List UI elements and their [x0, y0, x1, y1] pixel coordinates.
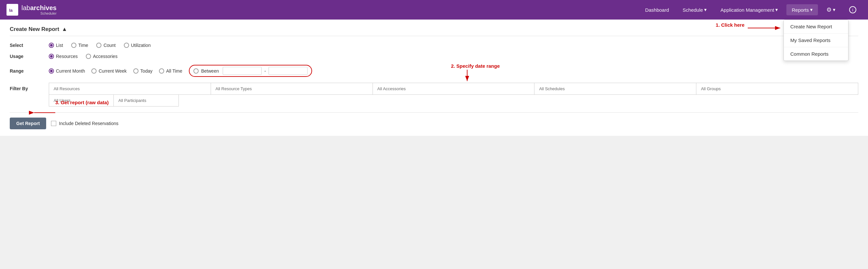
range-option-today[interactable]: Today	[133, 69, 152, 74]
between-to-input[interactable]	[269, 67, 308, 75]
dropdown-item-my-saved[interactable]: My Saved Reports	[784, 33, 848, 47]
select-option-utilization[interactable]: Utilization	[124, 43, 151, 48]
filter-all-users[interactable]: All Users	[49, 95, 114, 107]
filter-all-participants[interactable]: All Participants	[114, 95, 179, 107]
page-wrapper: la labarchives Scheduler Dashboard Sched…	[0, 0, 868, 136]
filter-row: Filter By All Resources All Resource Typ…	[10, 83, 858, 107]
range-radio-today[interactable]	[133, 69, 138, 74]
select-radio-count[interactable]	[96, 43, 101, 48]
gear-icon: ⚙	[827, 6, 832, 14]
dropdown-item-common[interactable]: Common Reports	[784, 47, 848, 60]
filter-all-resource-types[interactable]: All Resource Types	[211, 83, 373, 95]
nav-item-dashboard[interactable]: Dashboard	[640, 5, 674, 15]
range-option-current-week[interactable]: Current Week	[91, 69, 126, 74]
info-icon: i	[849, 6, 856, 14]
brand: la labarchives Scheduler	[6, 4, 57, 16]
range-option-current-month[interactable]: Current Month	[49, 69, 85, 74]
select-row: Select List Time Count Utilization	[10, 43, 858, 48]
reports-dropdown-menu: Create New Report My Saved Reports Commo…	[783, 20, 848, 61]
select-radio-time[interactable]	[71, 43, 76, 48]
usage-row: Usage Resources Accessories	[10, 54, 858, 59]
nav-settings[interactable]: ⚙ ▾	[821, 4, 841, 16]
navbar: la labarchives Scheduler Dashboard Sched…	[0, 0, 868, 20]
filter-all-accessories[interactable]: All Accessories	[373, 83, 535, 95]
include-deleted-label[interactable]: Include Deleted Reservations	[51, 121, 118, 126]
brand-title: labarchives	[22, 4, 57, 11]
brand-subtitle: Scheduler	[22, 11, 57, 15]
nav-item-reports[interactable]: Reports ▾	[786, 4, 818, 15]
filter-all-resources[interactable]: All Resources	[49, 83, 211, 95]
brand-text: labarchives Scheduler	[22, 4, 57, 15]
range-label: Range	[10, 69, 39, 74]
gear-dropdown-icon: ▾	[833, 7, 836, 13]
range-row: Range Current Month Current Week Today A…	[10, 65, 858, 77]
usage-radio-group: Resources Accessories	[49, 54, 117, 59]
reports-dropdown-icon: ▾	[810, 7, 813, 13]
select-radio-group: List Time Count Utilization	[49, 43, 151, 48]
filter-row-1: All Resources All Resource Types All Acc…	[49, 83, 858, 95]
usage-radio-resources[interactable]	[49, 54, 54, 59]
include-deleted-checkbox[interactable]	[51, 121, 56, 126]
select-radio-utilization[interactable]	[124, 43, 129, 48]
brand-logo: la	[6, 4, 18, 16]
filter-label: Filter By	[10, 83, 39, 91]
nav-info[interactable]: i	[844, 4, 862, 16]
filter-fields: All Resources All Resource Types All Acc…	[49, 83, 858, 107]
select-radio-list[interactable]	[49, 43, 54, 48]
main-content: Create New Report ▲ Select List Time Cou…	[0, 20, 868, 136]
range-radio-current-month[interactable]	[49, 69, 54, 74]
nav-item-schedule[interactable]: Schedule ▾	[678, 4, 712, 15]
select-label: Select	[10, 43, 39, 48]
select-option-list[interactable]: List	[49, 43, 63, 48]
filter-row-2: All Users All Participants	[49, 95, 858, 107]
schedule-dropdown-icon: ▾	[704, 7, 707, 13]
dropdown-item-create-new[interactable]: Create New Report	[784, 20, 848, 33]
get-report-button[interactable]: Get Report	[10, 117, 46, 129]
filter-all-schedules[interactable]: All Schedules	[534, 83, 696, 95]
usage-radio-accessories[interactable]	[86, 54, 91, 59]
between-from-input[interactable]	[223, 67, 262, 75]
range-radio-between[interactable]	[193, 69, 198, 74]
between-group: Between -	[189, 65, 312, 77]
range-radio-all-time[interactable]	[159, 69, 164, 74]
usage-option-resources[interactable]: Resources	[49, 54, 78, 59]
range-option-all-time[interactable]: All Time	[159, 69, 182, 74]
navbar-nav: Dashboard Schedule ▾ Application Managem…	[640, 4, 862, 16]
select-option-count[interactable]: Count	[96, 43, 116, 48]
usage-label: Usage	[10, 54, 39, 59]
bottom-row: 3. Get report (raw data) Get Report Incl…	[10, 112, 858, 129]
select-option-time[interactable]: Time	[71, 43, 88, 48]
app-mgmt-dropdown-icon: ▾	[775, 7, 778, 13]
section-collapse-icon[interactable]: ▲	[62, 26, 67, 32]
range-radio-current-week[interactable]	[91, 69, 97, 74]
range-radio-group: Current Month Current Week Today All Tim…	[49, 65, 312, 77]
nav-item-app-management[interactable]: Application Management ▾	[715, 4, 783, 15]
svg-text:la: la	[9, 8, 13, 13]
section-title: Create New Report	[10, 26, 59, 32]
section-header: Create New Report ▲	[10, 26, 858, 36]
usage-option-accessories[interactable]: Accessories	[86, 54, 117, 59]
filter-all-groups[interactable]: All Groups	[696, 83, 858, 95]
